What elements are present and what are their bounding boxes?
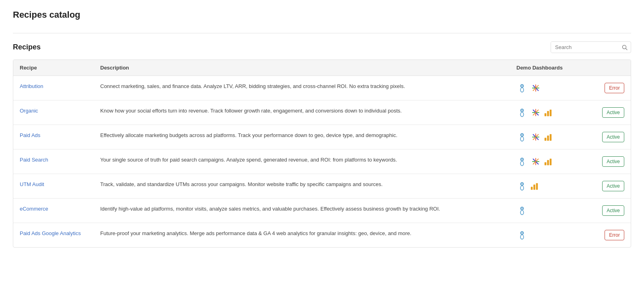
- looker-icon: [516, 131, 528, 143]
- svg-rect-37: [531, 187, 533, 190]
- status-badge: Active: [602, 107, 624, 118]
- svg-line-1: [626, 48, 627, 50]
- svg-point-36: [522, 183, 523, 184]
- page-container: Recipes catalog Recipes Recipe Descripti…: [0, 0, 644, 257]
- svg-point-41: [522, 208, 523, 209]
- demo-dashboards: [516, 107, 576, 118]
- search-box: [551, 41, 631, 53]
- svg-point-3: [522, 85, 523, 86]
- svg-rect-32: [545, 162, 547, 165]
- looker-icon: [516, 107, 528, 118]
- recipe-name-cell: Organic: [13, 100, 94, 125]
- col-header-recipe: Recipe: [13, 60, 94, 76]
- recipe-demo-cell: [510, 149, 582, 174]
- search-input[interactable]: [551, 42, 619, 53]
- table-row: UTM Audit Track, validate, and standardi…: [13, 174, 631, 199]
- looker-icon: [516, 229, 528, 241]
- bar-chart-icon: [544, 157, 553, 166]
- looker-icon: [516, 205, 528, 216]
- scroll-area[interactable]: Recipe Description Demo Dashboards Attri…: [13, 60, 631, 247]
- recipe-name-cell: UTM Audit: [13, 174, 94, 199]
- recipe-demo-cell: [510, 100, 582, 125]
- recipe-link[interactable]: Paid Ads: [20, 132, 40, 138]
- recipe-demo-cell: [510, 199, 582, 223]
- table-row: Paid Ads Google Analytics Future-proof y…: [13, 223, 631, 248]
- table-row: Paid Search Your single source of truth …: [13, 149, 631, 174]
- recipe-name-cell: Paid Search: [13, 149, 94, 174]
- search-icon: [622, 45, 627, 50]
- status-badge: Active: [602, 132, 624, 142]
- demo-dashboards: [516, 131, 576, 143]
- recipe-description-cell: Track, validate, and standardize UTMs ac…: [94, 174, 510, 199]
- table-row: eCommerce Identify high-value ad platfor…: [13, 199, 631, 223]
- plus-cross-icon: [530, 156, 541, 167]
- demo-dashboards: [516, 156, 576, 167]
- table-container: Recipe Description Demo Dashboards Attri…: [13, 59, 631, 248]
- bar-chart-icon: [544, 133, 553, 141]
- recipe-demo-cell: [510, 76, 582, 100]
- plus-cross-icon: [530, 82, 541, 94]
- svg-rect-25: [550, 134, 552, 141]
- recipe-name-cell: eCommerce: [13, 199, 94, 223]
- divider: [13, 33, 631, 33]
- table-row: Paid Ads Effectively allocate marketing …: [13, 125, 631, 149]
- recipe-demo-cell: [510, 174, 582, 199]
- recipe-link[interactable]: UTM Audit: [20, 181, 44, 187]
- demo-dashboards: [516, 205, 576, 216]
- status-badge: Active: [602, 205, 624, 216]
- table-row: Organic Know how your social efforts tur…: [13, 100, 631, 125]
- recipe-link[interactable]: Attribution: [20, 83, 43, 89]
- table-body: Attribution Connect marketing, sales, an…: [13, 76, 631, 248]
- svg-rect-39: [536, 183, 538, 190]
- plus-cross-icon: [530, 107, 541, 118]
- svg-rect-38: [533, 184, 535, 190]
- recipe-description-cell: Effectively allocate marketing budgets a…: [94, 125, 510, 149]
- recipe-link[interactable]: Paid Ads Google Analytics: [20, 230, 81, 236]
- svg-point-27: [522, 159, 523, 160]
- svg-point-18: [522, 134, 523, 135]
- recipe-name-cell: Attribution: [13, 76, 94, 100]
- demo-dashboards: [516, 180, 576, 192]
- plus-cross-icon: [530, 131, 541, 143]
- table-row: Attribution Connect marketing, sales, an…: [13, 76, 631, 100]
- looker-icon: [516, 156, 528, 167]
- page-title: Recipes catalog: [13, 10, 631, 20]
- looker-icon: [516, 180, 528, 192]
- svg-point-43: [522, 232, 523, 233]
- recipe-name-cell: Paid Ads Google Analytics: [13, 223, 94, 248]
- bar-chart-icon: [530, 182, 539, 190]
- svg-rect-34: [550, 159, 552, 166]
- col-header-demo: Demo Dashboards: [510, 60, 582, 76]
- recipe-description-cell: Future-proof your marketing analytics. M…: [94, 223, 510, 248]
- recipe-link[interactable]: Paid Search: [20, 157, 48, 163]
- svg-rect-14: [545, 113, 547, 116]
- recipe-link[interactable]: Organic: [20, 108, 38, 114]
- recipe-description-cell: Identify high-value ad platforms, monito…: [94, 199, 510, 223]
- col-header-description: Description: [94, 60, 510, 76]
- svg-rect-16: [550, 110, 552, 117]
- recipes-table: Recipe Description Demo Dashboards Attri…: [13, 60, 631, 247]
- svg-rect-24: [547, 135, 549, 141]
- recipe-status-cell: Active: [582, 149, 631, 174]
- looker-icon: [516, 82, 528, 94]
- bar-chart-icon: [544, 108, 553, 117]
- svg-rect-33: [547, 160, 549, 165]
- table-header: Recipe Description Demo Dashboards: [13, 60, 631, 76]
- recipe-demo-cell: [510, 125, 582, 149]
- search-button[interactable]: [619, 42, 631, 53]
- recipe-status-cell: Error: [582, 76, 631, 100]
- status-badge: Active: [602, 156, 624, 167]
- recipe-link[interactable]: eCommerce: [20, 206, 48, 212]
- status-badge: Error: [605, 83, 624, 93]
- col-header-status: [582, 60, 631, 76]
- recipe-name-cell: Paid Ads: [13, 125, 94, 149]
- demo-dashboards: [516, 229, 576, 241]
- recipe-demo-cell: [510, 223, 582, 248]
- svg-rect-15: [547, 111, 549, 116]
- svg-point-9: [522, 110, 523, 111]
- svg-rect-23: [545, 138, 547, 141]
- demo-dashboards: [516, 82, 576, 94]
- recipe-status-cell: Active: [582, 199, 631, 223]
- recipe-description-cell: Know how your social efforts turn into r…: [94, 100, 510, 125]
- recipe-status-cell: Active: [582, 125, 631, 149]
